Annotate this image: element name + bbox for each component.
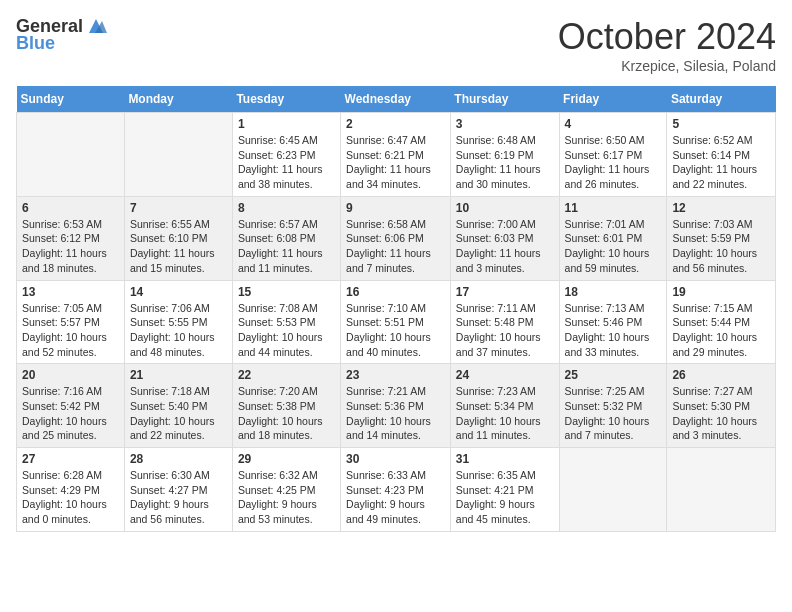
calendar-day-cell: 26Sunrise: 7:27 AMSunset: 5:30 PMDayligh… [667,364,776,448]
calendar-day-cell: 8Sunrise: 6:57 AMSunset: 6:08 PMDaylight… [232,196,340,280]
weekday-header: Tuesday [232,86,340,113]
day-info: Sunrise: 7:16 AMSunset: 5:42 PMDaylight:… [22,384,119,443]
day-info: Sunrise: 6:48 AMSunset: 6:19 PMDaylight:… [456,133,554,192]
calendar-day-cell: 19Sunrise: 7:15 AMSunset: 5:44 PMDayligh… [667,280,776,364]
calendar-day-cell: 31Sunrise: 6:35 AMSunset: 4:21 PMDayligh… [450,448,559,532]
calendar-day-cell: 29Sunrise: 6:32 AMSunset: 4:25 PMDayligh… [232,448,340,532]
day-info: Sunrise: 7:23 AMSunset: 5:34 PMDaylight:… [456,384,554,443]
calendar-day-cell: 23Sunrise: 7:21 AMSunset: 5:36 PMDayligh… [341,364,451,448]
day-info: Sunrise: 7:03 AMSunset: 5:59 PMDaylight:… [672,217,770,276]
day-number: 19 [672,285,770,299]
weekday-header: Friday [559,86,667,113]
day-info: Sunrise: 6:57 AMSunset: 6:08 PMDaylight:… [238,217,335,276]
calendar-table: SundayMondayTuesdayWednesdayThursdayFrid… [16,86,776,532]
day-info: Sunrise: 6:35 AMSunset: 4:21 PMDaylight:… [456,468,554,527]
day-info: Sunrise: 7:11 AMSunset: 5:48 PMDaylight:… [456,301,554,360]
day-number: 3 [456,117,554,131]
calendar-day-cell: 11Sunrise: 7:01 AMSunset: 6:01 PMDayligh… [559,196,667,280]
calendar-day-cell [667,448,776,532]
day-info: Sunrise: 7:01 AMSunset: 6:01 PMDaylight:… [565,217,662,276]
day-info: Sunrise: 7:27 AMSunset: 5:30 PMDaylight:… [672,384,770,443]
calendar-day-cell: 10Sunrise: 7:00 AMSunset: 6:03 PMDayligh… [450,196,559,280]
day-number: 10 [456,201,554,215]
calendar-week-row: 1Sunrise: 6:45 AMSunset: 6:23 PMDaylight… [17,113,776,197]
day-info: Sunrise: 6:55 AMSunset: 6:10 PMDaylight:… [130,217,227,276]
calendar-day-cell [17,113,125,197]
day-info: Sunrise: 6:32 AMSunset: 4:25 PMDaylight:… [238,468,335,527]
calendar-day-cell: 16Sunrise: 7:10 AMSunset: 5:51 PMDayligh… [341,280,451,364]
day-number: 24 [456,368,554,382]
day-info: Sunrise: 6:58 AMSunset: 6:06 PMDaylight:… [346,217,445,276]
calendar-day-cell: 25Sunrise: 7:25 AMSunset: 5:32 PMDayligh… [559,364,667,448]
calendar-day-cell: 14Sunrise: 7:06 AMSunset: 5:55 PMDayligh… [124,280,232,364]
day-info: Sunrise: 7:20 AMSunset: 5:38 PMDaylight:… [238,384,335,443]
calendar-day-cell: 7Sunrise: 6:55 AMSunset: 6:10 PMDaylight… [124,196,232,280]
month-title: October 2024 [558,16,776,58]
calendar-day-cell: 1Sunrise: 6:45 AMSunset: 6:23 PMDaylight… [232,113,340,197]
day-number: 22 [238,368,335,382]
day-number: 14 [130,285,227,299]
logo-icon [85,15,107,37]
day-info: Sunrise: 7:13 AMSunset: 5:46 PMDaylight:… [565,301,662,360]
day-number: 11 [565,201,662,215]
day-number: 8 [238,201,335,215]
calendar-week-row: 6Sunrise: 6:53 AMSunset: 6:12 PMDaylight… [17,196,776,280]
day-info: Sunrise: 6:45 AMSunset: 6:23 PMDaylight:… [238,133,335,192]
logo-blue-text: Blue [16,33,55,54]
day-number: 7 [130,201,227,215]
calendar-day-cell: 15Sunrise: 7:08 AMSunset: 5:53 PMDayligh… [232,280,340,364]
day-number: 15 [238,285,335,299]
day-info: Sunrise: 7:10 AMSunset: 5:51 PMDaylight:… [346,301,445,360]
calendar-day-cell: 13Sunrise: 7:05 AMSunset: 5:57 PMDayligh… [17,280,125,364]
calendar-day-cell [559,448,667,532]
calendar-day-cell: 12Sunrise: 7:03 AMSunset: 5:59 PMDayligh… [667,196,776,280]
calendar-day-cell: 27Sunrise: 6:28 AMSunset: 4:29 PMDayligh… [17,448,125,532]
calendar-week-row: 20Sunrise: 7:16 AMSunset: 5:42 PMDayligh… [17,364,776,448]
logo: General Blue [16,16,107,54]
calendar-header-row: SundayMondayTuesdayWednesdayThursdayFrid… [17,86,776,113]
day-number: 21 [130,368,227,382]
calendar-day-cell: 30Sunrise: 6:33 AMSunset: 4:23 PMDayligh… [341,448,451,532]
day-number: 28 [130,452,227,466]
calendar-week-row: 13Sunrise: 7:05 AMSunset: 5:57 PMDayligh… [17,280,776,364]
calendar-day-cell: 6Sunrise: 6:53 AMSunset: 6:12 PMDaylight… [17,196,125,280]
day-info: Sunrise: 6:50 AMSunset: 6:17 PMDaylight:… [565,133,662,192]
day-info: Sunrise: 6:47 AMSunset: 6:21 PMDaylight:… [346,133,445,192]
day-info: Sunrise: 6:30 AMSunset: 4:27 PMDaylight:… [130,468,227,527]
day-info: Sunrise: 7:25 AMSunset: 5:32 PMDaylight:… [565,384,662,443]
day-number: 5 [672,117,770,131]
day-info: Sunrise: 6:52 AMSunset: 6:14 PMDaylight:… [672,133,770,192]
day-number: 9 [346,201,445,215]
calendar-day-cell: 17Sunrise: 7:11 AMSunset: 5:48 PMDayligh… [450,280,559,364]
day-number: 31 [456,452,554,466]
location-text: Krzepice, Silesia, Poland [558,58,776,74]
day-number: 16 [346,285,445,299]
title-block: October 2024 Krzepice, Silesia, Poland [558,16,776,74]
weekday-header: Saturday [667,86,776,113]
day-number: 27 [22,452,119,466]
day-info: Sunrise: 6:33 AMSunset: 4:23 PMDaylight:… [346,468,445,527]
calendar-day-cell: 21Sunrise: 7:18 AMSunset: 5:40 PMDayligh… [124,364,232,448]
day-number: 26 [672,368,770,382]
calendar-day-cell: 18Sunrise: 7:13 AMSunset: 5:46 PMDayligh… [559,280,667,364]
calendar-day-cell: 5Sunrise: 6:52 AMSunset: 6:14 PMDaylight… [667,113,776,197]
day-number: 12 [672,201,770,215]
calendar-day-cell [124,113,232,197]
day-info: Sunrise: 7:06 AMSunset: 5:55 PMDaylight:… [130,301,227,360]
day-number: 6 [22,201,119,215]
day-info: Sunrise: 7:18 AMSunset: 5:40 PMDaylight:… [130,384,227,443]
day-info: Sunrise: 7:05 AMSunset: 5:57 PMDaylight:… [22,301,119,360]
calendar-day-cell: 28Sunrise: 6:30 AMSunset: 4:27 PMDayligh… [124,448,232,532]
day-number: 30 [346,452,445,466]
day-number: 25 [565,368,662,382]
weekday-header: Sunday [17,86,125,113]
weekday-header: Thursday [450,86,559,113]
day-number: 29 [238,452,335,466]
calendar-day-cell: 20Sunrise: 7:16 AMSunset: 5:42 PMDayligh… [17,364,125,448]
day-info: Sunrise: 7:15 AMSunset: 5:44 PMDaylight:… [672,301,770,360]
day-number: 2 [346,117,445,131]
calendar-day-cell: 2Sunrise: 6:47 AMSunset: 6:21 PMDaylight… [341,113,451,197]
day-info: Sunrise: 6:53 AMSunset: 6:12 PMDaylight:… [22,217,119,276]
day-number: 4 [565,117,662,131]
day-info: Sunrise: 7:21 AMSunset: 5:36 PMDaylight:… [346,384,445,443]
